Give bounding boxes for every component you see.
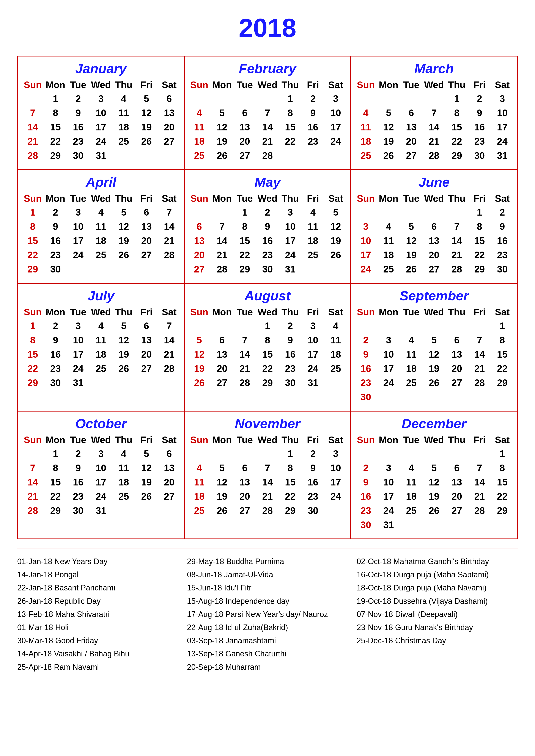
day-11: 11 (112, 461, 135, 475)
holiday-item: 19-Oct-18 Dussehra (Vijaya Dashami) (356, 595, 518, 608)
day-28: 28 (158, 362, 181, 376)
day-30: 30 (67, 503, 90, 518)
day-4: 4 (354, 106, 377, 120)
day-empty: 0 (188, 205, 211, 219)
day-empty: 0 (468, 518, 491, 532)
day-19: 19 (135, 475, 158, 489)
month-july: JulySunMonTueWedThuFriSat123456789101112… (18, 283, 184, 411)
day-23: 23 (354, 376, 377, 390)
day-5: 5 (324, 205, 347, 219)
month-june: JuneSunMonTueWedThuFriSat000001234567891… (351, 170, 517, 283)
day-empty: 0 (256, 447, 279, 461)
day-header-sat: Sat (158, 306, 181, 319)
day-23: 23 (279, 362, 301, 376)
day-empty: 0 (354, 447, 377, 461)
month-name: September (354, 288, 514, 303)
day-header-wed: Wed (90, 192, 112, 205)
day-empty: 0 (21, 92, 44, 106)
day-7: 7 (256, 461, 279, 475)
day-9: 9 (67, 461, 90, 475)
day-18: 18 (90, 234, 112, 248)
day-12: 12 (400, 234, 423, 248)
day-10: 10 (324, 106, 347, 120)
day-14: 14 (256, 475, 279, 489)
day-header-thu: Thu (445, 433, 468, 447)
day-header-mon: Mon (44, 192, 67, 205)
day-24: 24 (67, 248, 90, 262)
day-4: 4 (400, 333, 423, 347)
day-9: 9 (44, 219, 67, 234)
day-31: 31 (377, 518, 400, 532)
day-header-fri: Fri (135, 433, 158, 447)
day-11: 11 (112, 106, 135, 120)
day-1: 1 (468, 205, 491, 219)
day-17: 17 (90, 120, 112, 134)
day-11: 11 (400, 347, 423, 362)
day-header-mon: Mon (211, 192, 233, 205)
day-empty: 0 (324, 148, 347, 163)
holiday-item: 13-Sep-18 Ganesh Chaturthi (187, 647, 348, 660)
day-22: 22 (44, 134, 67, 148)
day-17: 17 (324, 120, 347, 134)
day-empty: 0 (188, 319, 211, 333)
day-29: 29 (491, 503, 514, 518)
day-17: 17 (324, 475, 347, 489)
day-26: 26 (377, 148, 400, 163)
day-3: 3 (90, 92, 112, 106)
day-21: 21 (158, 234, 181, 248)
day-1: 1 (21, 319, 44, 333)
day-23: 23 (67, 489, 90, 503)
day-15: 15 (44, 120, 67, 134)
day-21: 21 (445, 248, 468, 262)
day-10: 10 (324, 461, 347, 475)
day-9: 9 (354, 475, 377, 489)
day-7: 7 (423, 106, 445, 120)
day-5: 5 (135, 92, 158, 106)
day-9: 9 (44, 333, 67, 347)
day-6: 6 (400, 106, 423, 120)
day-21: 21 (21, 134, 44, 148)
day-26: 26 (211, 148, 233, 163)
day-header-sun: Sun (354, 192, 377, 205)
day-1: 1 (44, 447, 67, 461)
day-23: 23 (301, 134, 324, 148)
day-3: 3 (67, 205, 90, 219)
day-21: 21 (468, 489, 491, 503)
day-empty: 0 (112, 148, 135, 163)
day-28: 28 (423, 148, 445, 163)
day-20: 20 (445, 489, 468, 503)
day-9: 9 (256, 219, 279, 234)
day-11: 11 (188, 475, 211, 489)
day-26: 26 (324, 248, 347, 262)
day-grid: SunMonTueWedThuFriSat0123456789101112131… (21, 433, 181, 518)
holiday-item: 17-Aug-18 Parsi New Year's day/ Nauroz (187, 608, 348, 621)
day-header-thu: Thu (445, 306, 468, 319)
day-3: 3 (301, 319, 324, 333)
day-header-sat: Sat (491, 192, 514, 205)
day-5: 5 (112, 205, 135, 219)
day-header-mon: Mon (377, 306, 400, 319)
day-grid: SunMonTueWedThuFriSat0123456789101112131… (21, 78, 181, 163)
day-30: 30 (44, 376, 67, 390)
day-24: 24 (279, 248, 301, 262)
day-1: 1 (491, 319, 514, 333)
day-30: 30 (491, 262, 514, 276)
day-5: 5 (423, 461, 445, 475)
day-24: 24 (301, 362, 324, 376)
day-25: 25 (400, 376, 423, 390)
holiday-item: 07-Nov-18 Diwali (Deepavali) (356, 608, 518, 621)
month-name: May (188, 175, 347, 190)
day-29: 29 (256, 376, 279, 390)
day-empty: 0 (468, 319, 491, 333)
day-header-fri: Fri (468, 192, 491, 205)
day-30: 30 (279, 376, 301, 390)
day-25: 25 (90, 248, 112, 262)
day-empty: 0 (400, 92, 423, 106)
day-12: 12 (324, 219, 347, 234)
day-21: 21 (468, 362, 491, 376)
holiday-item: 15-Jun-18 Idu'l Fitr (187, 581, 348, 594)
day-17: 17 (377, 362, 400, 376)
day-12: 12 (135, 461, 158, 475)
day-header-sat: Sat (324, 306, 347, 319)
day-26: 26 (423, 376, 445, 390)
